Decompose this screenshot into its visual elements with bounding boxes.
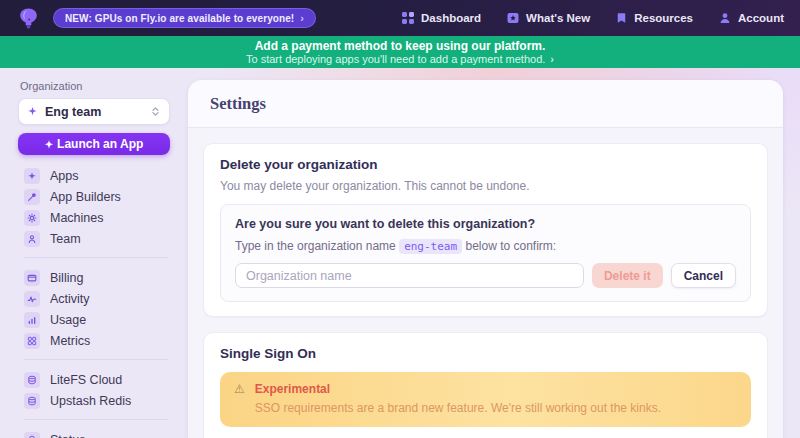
organization-select[interactable]: Eng team (18, 98, 170, 125)
sidebar-divider (24, 359, 168, 360)
single-sign-on-card: Single Sign On ⚠ Experimental SSO requir… (203, 332, 768, 438)
announcement-badge[interactable]: NEW: GPUs on Fly.io are available to eve… (53, 8, 316, 28)
sidebar: Organization Eng team ✦ Launch an App Ap… (0, 68, 188, 438)
nav-resources[interactable]: Resources (616, 12, 693, 24)
grid-icon (24, 333, 40, 349)
sidebar-item-label: LiteFS Cloud (50, 373, 122, 387)
confirm-row: Delete it Cancel (235, 263, 736, 288)
warning-content: Experimental SSO requirements are a bran… (255, 382, 661, 415)
nav-label: Resources (634, 12, 693, 24)
confirm-title: Are you sure you want to delete this org… (235, 217, 736, 231)
delete-confirm-box: Are you sure you want to delete this org… (220, 204, 751, 302)
announcement-text: NEW: GPUs on Fly.io are available to eve… (65, 13, 294, 24)
sidebar-item-litefs-cloud[interactable]: LiteFS Cloud (18, 369, 170, 390)
sidebar-item-label: Machines (50, 211, 104, 225)
nav-label: Dashboard (421, 12, 481, 24)
settings-panel: Settings Delete your organization You ma… (188, 80, 783, 438)
payment-method-banner[interactable]: Add a payment method to keep using our p… (0, 36, 800, 68)
experimental-warning-banner: ⚠ Experimental SSO requirements are a br… (220, 372, 751, 427)
sidebar-item-label: App Builders (50, 190, 121, 204)
sidebar-item-label: Status (50, 433, 85, 438)
sparkle-icon: ✦ (45, 139, 53, 150)
main-area: Settings Delete your organization You ma… (188, 68, 800, 438)
sidebar-item-label: Metrics (50, 334, 90, 348)
confirm-hint-after: below to confirm: (465, 239, 556, 253)
sidebar-item-machines[interactable]: Machines (18, 207, 170, 228)
delete-organization-card: Delete your organization You may delete … (203, 143, 768, 317)
sidebar-item-label: Activity (50, 292, 90, 306)
sidebar-item-label: Upstash Redis (50, 394, 131, 408)
sidebar-item-label: Usage (50, 313, 86, 327)
sidebar-item-apps[interactable]: Apps (18, 165, 170, 186)
sidebar-item-upstash-redis[interactable]: Upstash Redis (18, 390, 170, 411)
sidebar-divider (24, 257, 168, 258)
banner-subtitle-text: To start deploying apps you'll need to a… (246, 53, 545, 65)
warning-text: SSO requirements are a brand new feature… (255, 401, 661, 415)
sparkle-icon (24, 168, 40, 184)
warning-icon: ⚠ (234, 382, 245, 415)
launch-button-label: Launch an App (57, 137, 143, 151)
banner-title: Add a payment method to keep using our p… (0, 39, 800, 53)
page-content: Organization Eng team ✦ Launch an App Ap… (0, 68, 800, 438)
select-chevrons-icon (150, 103, 161, 121)
launch-an-app-button[interactable]: ✦ Launch an App (18, 133, 170, 155)
sidebar-item-usage[interactable]: Usage (18, 309, 170, 330)
sidebar-item-label: Apps (50, 169, 79, 183)
confirm-hint: Type in the organization name eng-team b… (235, 239, 736, 253)
organization-name-input[interactable] (235, 263, 584, 288)
bookmark-icon (616, 12, 627, 24)
sidebar-item-label: Billing (50, 271, 83, 285)
page-title: Settings (210, 94, 761, 114)
sidebar-item-metrics[interactable]: Metrics (18, 330, 170, 351)
nav-label: Account (738, 12, 784, 24)
bar-chart-icon (24, 312, 40, 328)
top-navigation: Dashboard What's New Resources Account (402, 12, 784, 24)
topbar: NEW: GPUs on Fly.io are available to eve… (0, 0, 800, 36)
activity-pulse-icon (24, 291, 40, 307)
banner-subtitle: To start deploying apps you'll need to a… (0, 53, 800, 66)
dashboard-icon (402, 12, 414, 24)
panel-body: Delete your organization You may delete … (188, 128, 783, 438)
delete-card-title: Delete your organization (220, 157, 751, 172)
nav-account[interactable]: Account (719, 12, 784, 24)
delete-card-subtitle: You may delete your organization. This c… (220, 179, 751, 193)
sidebar-divider (24, 419, 168, 420)
confirm-hint-before: Type in the organization name (235, 239, 396, 253)
sidebar-item-status[interactable]: Status (18, 429, 170, 438)
sso-card-title: Single Sign On (220, 346, 751, 361)
organization-label: Organization (20, 80, 170, 92)
balloon-icon (24, 432, 40, 438)
sidebar-nav: Apps App Builders Machines Team (18, 165, 170, 438)
person-icon (24, 231, 40, 247)
delete-it-button[interactable]: Delete it (592, 263, 663, 288)
nav-label: What's New (526, 12, 590, 24)
warning-title: Experimental (255, 382, 661, 396)
chevron-right-icon: › (550, 53, 554, 65)
sidebar-item-activity[interactable]: Activity (18, 288, 170, 309)
sidebar-item-label: Team (50, 232, 81, 246)
nav-whats-new[interactable]: What's New (507, 12, 590, 24)
sparkle-icon (27, 103, 38, 121)
database-icon (24, 372, 40, 388)
organization-selected-value: Eng team (45, 105, 143, 119)
nav-dashboard[interactable]: Dashboard (402, 12, 481, 24)
user-icon (719, 12, 731, 24)
chevron-right-icon: › (300, 12, 304, 24)
wrench-icon (24, 189, 40, 205)
flyio-logo[interactable] (16, 6, 41, 31)
credit-card-icon (24, 270, 40, 286)
org-name-code-chip: eng-team (399, 239, 462, 254)
sidebar-item-billing[interactable]: Billing (18, 267, 170, 288)
cancel-button[interactable]: Cancel (671, 263, 736, 288)
database-icon (24, 393, 40, 409)
whats-new-icon (507, 12, 519, 24)
sidebar-item-app-builders[interactable]: App Builders (18, 186, 170, 207)
gear-icon (24, 210, 40, 226)
sidebar-item-team[interactable]: Team (18, 228, 170, 249)
panel-header: Settings (188, 80, 783, 128)
